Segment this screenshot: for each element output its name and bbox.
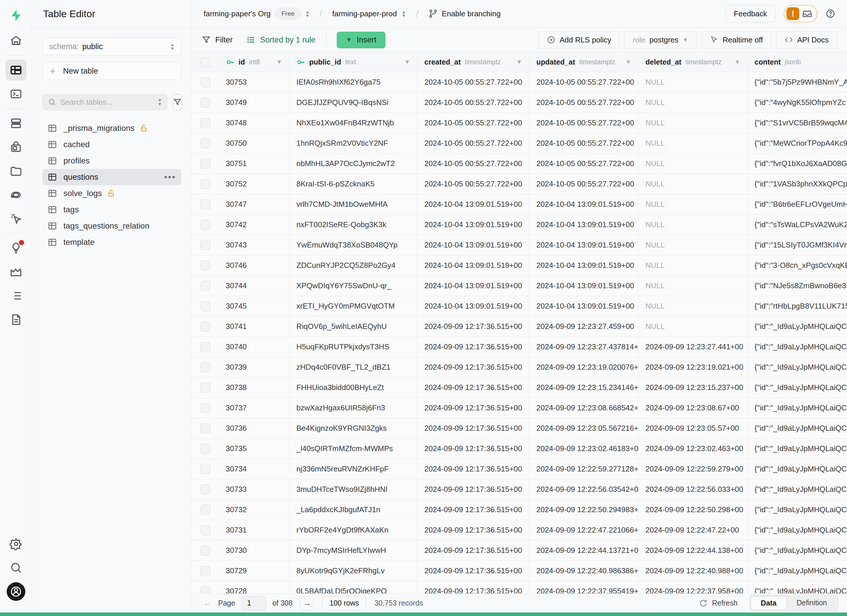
- table-row[interactable]: 30748NhXEo1Xw04FnB4RzWTNjb2024-10-05 00:…: [192, 113, 847, 133]
- cell-deleted_at[interactable]: NULL: [639, 296, 748, 316]
- cell-content[interactable]: {"id":"5b7j5Pz9WHBNmY_A: [748, 72, 847, 92]
- cell-deleted_at[interactable]: NULL: [639, 276, 748, 296]
- cell-id[interactable]: 30738: [219, 377, 289, 398]
- cell-created_at[interactable]: 2024-09-09 12:17:36.515+00: [418, 439, 530, 459]
- cell-created_at[interactable]: 2024-09-09 12:17:36.515+00: [418, 377, 530, 398]
- cell-id[interactable]: 30753: [219, 72, 289, 92]
- cell-deleted_at[interactable]: 2024-09-09 12:23:19.021+00: [639, 357, 748, 377]
- sort-button[interactable]: Sorted by 1 rule: [246, 35, 316, 44]
- cell-id[interactable]: 30728: [219, 581, 289, 593]
- cell-id[interactable]: 30752: [219, 174, 289, 194]
- row-checkbox[interactable]: [201, 505, 210, 515]
- cell-public_id[interactable]: 8KraI-tSI-6-pSZcknaK5: [289, 174, 418, 194]
- cell-public_id[interactable]: bzwXazHgax6UIR58j6Fn3: [289, 398, 418, 418]
- cell-content[interactable]: {"id":"_Id9aLyJpMHQLaiQC: [748, 520, 847, 540]
- cell-public_id[interactable]: rYbORF2e4YgDt9fKAXaKn: [289, 520, 418, 540]
- cell-public_id[interactable]: 0L5BAfDaLDl5rQOiqeKPO: [289, 581, 418, 593]
- sidebar-table-questions[interactable]: questions•••: [43, 169, 181, 185]
- rail-item-edge-functions[interactable]: [6, 184, 27, 205]
- cell-updated_at[interactable]: 2024-09-09 12:23:15.234146+00: [530, 377, 639, 398]
- column-header-deleted_at[interactable]: deleted_attimestamptz▼: [639, 52, 748, 72]
- cell-deleted_at[interactable]: NULL: [639, 174, 748, 194]
- cell-updated_at[interactable]: 2024-09-09 12:22:59.277128+00: [530, 459, 639, 479]
- cell-updated_at[interactable]: 2024-09-09 12:22:44.13721+00: [530, 540, 639, 560]
- table-row[interactable]: 30742nxFT002ISeRE-Qobg3K3k2024-10-04 13:…: [192, 215, 847, 235]
- sidebar-table-cached[interactable]: cached: [43, 136, 181, 153]
- cell-created_at[interactable]: 2024-10-04 13:09:01.519+00: [418, 296, 530, 316]
- table-row[interactable]: 30732_La6pddxcKJIbgufATJ1n2024-09-09 12:…: [192, 500, 847, 520]
- cell-public_id[interactable]: zHDq4c0F0VBF_TL2_dBZ1: [289, 357, 418, 377]
- cell-public_id[interactable]: Be4KignzoK9YRGNI3Zgks: [289, 418, 418, 438]
- column-header-id[interactable]: idint8▼: [219, 52, 289, 72]
- cell-content[interactable]: {"id":"_Id9aLyJpMHQLaiQC: [748, 337, 847, 357]
- cell-created_at[interactable]: 2024-09-09 12:17:36.515+00: [418, 418, 530, 438]
- cell-deleted_at[interactable]: 2024-09-09 12:22:37.958+00: [639, 581, 748, 593]
- cell-created_at[interactable]: 2024-09-09 12:17:36.515+00: [418, 540, 530, 560]
- cell-id[interactable]: 30732: [219, 500, 289, 520]
- cell-created_at[interactable]: 2024-09-09 12:17:36.515+00: [418, 337, 530, 357]
- table-row[interactable]: 30741RiqOV6p_5wihLeIAEQyhU2024-09-09 12:…: [192, 317, 847, 337]
- cell-public_id[interactable]: 3muDHTceTWso9IZj8hHNI: [289, 479, 418, 500]
- cell-id[interactable]: 30734: [219, 459, 289, 479]
- row-checkbox[interactable]: [201, 423, 210, 433]
- supabase-logo[interactable]: [6, 5, 26, 26]
- realtime-toggle-button[interactable]: Realtime off: [701, 31, 771, 49]
- cell-updated_at[interactable]: 2024-09-09 12:23:19.020076+00: [530, 357, 639, 377]
- breadcrumb-project[interactable]: farming-paper-prod: [332, 9, 397, 18]
- rows-per-page-select[interactable]: 100 rows: [322, 596, 366, 610]
- table-filter-button[interactable]: [173, 94, 182, 110]
- cell-created_at[interactable]: 2024-10-05 00:55:27.722+00: [418, 133, 530, 153]
- cell-deleted_at[interactable]: NULL: [639, 93, 748, 112]
- row-checkbox[interactable]: [201, 403, 210, 413]
- column-menu-button[interactable]: ▼: [626, 59, 631, 65]
- cell-created_at[interactable]: 2024-10-05 00:55:27.722+00: [418, 153, 530, 174]
- row-checkbox[interactable]: [201, 322, 210, 332]
- row-checkbox[interactable]: [201, 587, 210, 594]
- cell-deleted_at[interactable]: 2024-09-09 12:23:02.463+00: [639, 439, 748, 459]
- table-row[interactable]: 30753IEfA0sRh9hIXf62Y6ga752024-10-05 00:…: [192, 72, 847, 93]
- schema-select[interactable]: schema: public ▲▼: [43, 37, 181, 56]
- cell-public_id[interactable]: vrlh7CMD-JtM1bOweMHfA: [289, 194, 418, 214]
- table-row[interactable]: 30735_l40sQIRTmMZfcm-MWMPs2024-09-09 12:…: [192, 439, 847, 459]
- cell-deleted_at[interactable]: NULL: [639, 215, 748, 235]
- row-checkbox[interactable]: [201, 485, 210, 494]
- refresh-button[interactable]: Refresh: [699, 599, 738, 607]
- org-switcher-icon[interactable]: ▲▼: [305, 10, 310, 18]
- tab-definition[interactable]: Definition: [787, 596, 837, 610]
- cell-created_at[interactable]: 2024-09-09 12:17:36.515+00: [418, 459, 530, 479]
- cell-created_at[interactable]: 2024-10-05 00:55:27.722+00: [418, 93, 530, 112]
- cell-public_id[interactable]: IEfA0sRh9hIXf62Y6ga75: [289, 72, 418, 92]
- cell-id[interactable]: 30731: [219, 520, 289, 540]
- row-checkbox[interactable]: [201, 281, 210, 291]
- cell-id[interactable]: 30745: [219, 296, 289, 316]
- cell-deleted_at[interactable]: NULL: [639, 255, 748, 276]
- cell-created_at[interactable]: 2024-10-05 00:55:27.722+00: [418, 174, 530, 194]
- cell-content[interactable]: {"id":"S1vrVC5BrB59wqcM4: [748, 113, 847, 133]
- cell-content[interactable]: {"id":"sTsWaLCPsVA2WuK2: [748, 215, 847, 235]
- cell-id[interactable]: 30749: [219, 93, 289, 112]
- cell-content[interactable]: {"id":"_Id9aLyJpMHQLaiQC: [748, 418, 847, 438]
- notifications-button[interactable]: !: [784, 5, 817, 22]
- cell-content[interactable]: {"id":"B6tr6eEFLrOVgeUmH: [748, 194, 847, 214]
- sidebar-table-template[interactable]: template: [43, 234, 181, 251]
- cell-content[interactable]: {"id":"_Id9aLyJpMHQLaiQC: [748, 540, 847, 560]
- rail-item-search[interactable]: [6, 557, 27, 578]
- column-menu-button[interactable]: ▼: [735, 59, 740, 65]
- cell-public_id[interactable]: DGEJfJZPQUV9Q-IBqsNSi: [289, 93, 418, 112]
- cell-id[interactable]: 30736: [219, 418, 289, 438]
- cell-created_at[interactable]: 2024-10-05 00:55:27.722+00: [418, 113, 530, 133]
- cell-created_at[interactable]: 2024-10-04 13:09:01.519+00: [418, 194, 530, 214]
- cell-content[interactable]: {"id":"_Id9aLyJpMHQLaiQC: [748, 500, 847, 520]
- cell-content[interactable]: {"id":"_Id9aLyJpMHQLaiQC: [748, 317, 847, 336]
- cell-id[interactable]: 30750: [219, 133, 289, 153]
- table-row[interactable]: 30747vrlh7CMD-JtM1bOweMHfA2024-10-04 13:…: [192, 194, 847, 215]
- rail-item-realtime[interactable]: [6, 208, 27, 229]
- cell-updated_at[interactable]: 2024-09-09 12:22:37.955419+00: [530, 581, 639, 593]
- cell-updated_at[interactable]: 2024-09-09 12:22:47.221066+00: [530, 520, 639, 540]
- cell-deleted_at[interactable]: 2024-09-09 12:23:27.441+00: [639, 337, 748, 357]
- cell-updated_at[interactable]: 2024-09-09 12:23:27.459+00: [530, 317, 639, 336]
- row-checkbox[interactable]: [201, 98, 210, 108]
- cell-deleted_at[interactable]: 2024-09-09 12:22:44.138+00: [639, 540, 748, 560]
- rail-item-settings[interactable]: [6, 533, 27, 554]
- cell-updated_at[interactable]: 2024-10-05 00:55:27.722+00: [530, 133, 639, 153]
